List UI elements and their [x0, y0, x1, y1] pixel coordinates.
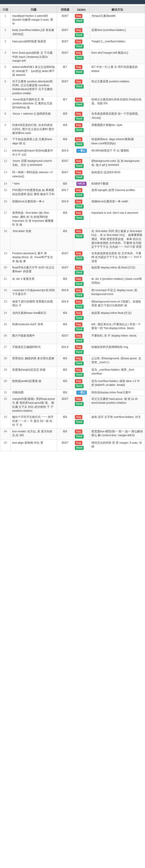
demo-badge[interactable]: bug	[75, 51, 82, 55]
row-demo[interactable]: 一置记	[73, 148, 90, 158]
demo-badge[interactable]: bug	[75, 65, 82, 69]
row-demo[interactable]: bugfixed	[73, 169, 90, 181]
row-demo[interactable]: bugfixed	[73, 38, 90, 50]
demo-badge[interactable]: fixed	[75, 216, 83, 220]
row-demo[interactable]: bugfixed	[73, 355, 90, 367]
demo-badge[interactable]: fixed	[75, 33, 83, 37]
demo-badge-fixed[interactable]: fixed	[75, 434, 83, 438]
demo-badge-fixed[interactable]: fixed	[75, 384, 83, 388]
demo-badge[interactable]: bug	[75, 334, 82, 338]
demo-badge[interactable]: bug	[75, 39, 82, 43]
demo-badge-fixed[interactable]: fixed	[75, 420, 83, 424]
row-demo[interactable]: bugfixed	[73, 378, 90, 389]
row-demo[interactable]: bugfixed	[73, 136, 90, 148]
demo-badge[interactable]: bug	[75, 112, 82, 116]
demo-badge[interactable]: fixed	[75, 128, 83, 132]
row-demo[interactable]: bugfixed	[73, 276, 90, 287]
row-demo[interactable]: bugfixed	[73, 158, 90, 169]
demo-badge[interactable]: bug	[75, 199, 82, 204]
row-demo[interactable]: 一置记	[73, 389, 90, 396]
demo-badge[interactable]: fixed	[75, 361, 83, 366]
demo-badge[interactable]: fixed	[75, 102, 83, 106]
row-demo[interactable]: bugfixed	[73, 96, 90, 111]
demo-badge[interactable]: bug	[75, 137, 82, 142]
demo-badge[interactable]: fixed	[75, 350, 83, 354]
row-demo[interactable]: bugfixed	[73, 367, 90, 378]
demo-badge[interactable]: fixed	[75, 175, 83, 179]
demo-badge[interactable]: fixed	[75, 117, 83, 121]
demo-badge[interactable]: bug	[75, 123, 82, 127]
demo-badge[interactable]: bug	[75, 288, 82, 292]
demo-badge[interactable]: bug	[75, 211, 82, 215]
demo-badge[interactable]: 一置记	[76, 149, 87, 153]
demo-badge[interactable]: fixed	[75, 293, 83, 297]
demo-badge[interactable]: fixed	[75, 234, 83, 238]
demo-badge[interactable]: fixed	[75, 142, 83, 146]
demo-badge[interactable]: bug	[75, 159, 82, 163]
row-demo[interactable]: bugfixed	[73, 187, 90, 198]
demo-badge[interactable]: fixed	[75, 271, 83, 275]
demo-badge[interactable]: bug	[75, 311, 82, 315]
row-demo[interactable]: bugfixed	[73, 439, 90, 451]
demo-badge[interactable]: bug	[75, 300, 82, 304]
row-demo[interactable]: bugfixed	[73, 210, 90, 228]
demo-badge[interactable]: fixed	[75, 327, 83, 332]
row-demo[interactable]: bugfixed	[73, 298, 90, 310]
demo-badge[interactable]: bug	[75, 277, 82, 281]
demo-badge-bug[interactable]: bug	[75, 368, 82, 372]
demo-badge[interactable]: bug	[75, 251, 82, 255]
row-demo[interactable]: bugfixed	[73, 333, 90, 344]
row-demo[interactable]: HACK	[73, 181, 90, 187]
demo-badge[interactable]: fixed	[75, 205, 83, 209]
demo-badge-fixed[interactable]: fixed	[75, 446, 83, 450]
row-demo[interactable]: bugfixed	[73, 321, 90, 333]
demo-badge[interactable]: bug	[75, 188, 82, 192]
row-demo[interactable]: bugfixed	[73, 198, 90, 210]
row-demo[interactable]: bugfixed	[73, 396, 90, 414]
demo-badge[interactable]: fixed	[75, 339, 83, 343]
demo-badge[interactable]: bug	[75, 170, 82, 175]
demo-badge[interactable]: 一置记	[76, 391, 87, 395]
row-demo[interactable]: bugfixed	[73, 250, 90, 264]
demo-badge[interactable]: bug	[75, 14, 82, 18]
demo-badge-fixed[interactable]: fixed	[75, 402, 83, 406]
demo-badge[interactable]: bug	[75, 229, 82, 233]
demo-badge-bug[interactable]: bug	[75, 415, 82, 419]
demo-badge[interactable]: bug	[75, 345, 82, 349]
demo-badge-fixed[interactable]: fixed	[75, 373, 83, 377]
demo-badge-bug[interactable]: bug	[75, 397, 82, 401]
demo-badge-bug[interactable]: bug	[75, 379, 82, 383]
demo-badge[interactable]: fixed	[75, 44, 83, 49]
demo-badge[interactable]: bug	[75, 80, 82, 84]
row-demo[interactable]: bugfixed	[73, 414, 90, 428]
demo-badge[interactable]: fixed	[75, 256, 83, 260]
row-demo[interactable]: bugfixed	[73, 310, 90, 321]
demo-badge[interactable]: HACK	[76, 182, 87, 186]
row-demo[interactable]: bugfixed	[73, 50, 90, 64]
demo-badge[interactable]: bug	[75, 98, 82, 102]
row-demo[interactable]: bugfixed	[73, 111, 90, 122]
demo-badge-bug[interactable]: bug	[75, 430, 82, 434]
demo-badge[interactable]: bug	[75, 266, 82, 270]
row-demo[interactable]: bugfixed	[73, 428, 90, 439]
demo-badge[interactable]: fixed	[75, 56, 83, 60]
row-demo[interactable]: bugfixed	[73, 228, 90, 250]
demo-badge[interactable]: bug	[75, 28, 82, 32]
demo-badge[interactable]: fixed	[75, 305, 83, 309]
demo-badge-bug[interactable]: bug	[75, 441, 82, 445]
row-demo[interactable]: bugfixed	[73, 13, 90, 27]
row-demo[interactable]: bugfixed	[73, 27, 90, 38]
demo-badge[interactable]: fixed	[75, 282, 83, 286]
demo-badge[interactable]: fixed	[75, 164, 83, 168]
row-demo[interactable]: bugfixed	[73, 64, 90, 78]
demo-badge[interactable]: fixed	[75, 70, 83, 74]
demo-badge[interactable]: bug	[75, 356, 82, 361]
demo-badge[interactable]: bug	[75, 322, 82, 327]
demo-badge[interactable]: fixed	[75, 316, 83, 320]
row-demo[interactable]: bugfixed	[73, 78, 90, 96]
demo-badge[interactable]: fixed	[75, 84, 83, 89]
row-demo[interactable]: bugfixed	[73, 122, 90, 136]
row-demo[interactable]: bugfixed	[73, 287, 90, 298]
demo-badge[interactable]: fixed	[75, 19, 83, 23]
row-demo[interactable]: bugfixed	[73, 264, 90, 276]
